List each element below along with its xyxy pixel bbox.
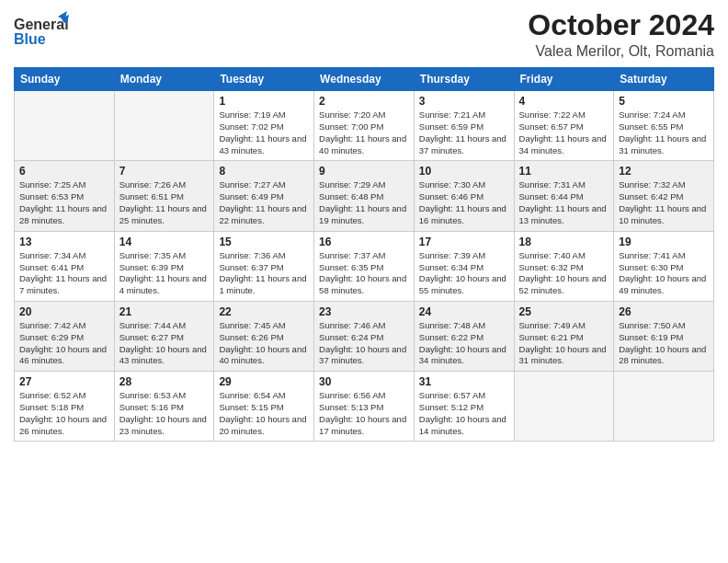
calendar-cell: 27Sunrise: 6:52 AMSunset: 5:18 PMDayligh… [15, 372, 115, 442]
calendar-cell: 26Sunrise: 7:50 AMSunset: 6:19 PMDayligh… [614, 301, 714, 371]
day-number: 5 [619, 95, 709, 108]
col-friday: Friday [514, 68, 614, 91]
day-number: 31 [419, 375, 509, 388]
day-number: 14 [119, 236, 210, 248]
calendar-cell: 11Sunrise: 7:31 AMSunset: 6:44 PMDayligh… [514, 161, 614, 231]
day-number: 6 [19, 165, 109, 178]
day-number: 26 [619, 305, 709, 318]
day-number: 12 [619, 165, 709, 178]
day-number: 2 [319, 95, 409, 108]
cell-content: Sunrise: 7:37 AMSunset: 6:35 PMDaylight:… [319, 250, 409, 297]
calendar-cell: 24Sunrise: 7:48 AMSunset: 6:22 PMDayligh… [414, 301, 514, 371]
days-header-row: Sunday Monday Tuesday Wednesday Thursday… [15, 68, 714, 91]
day-number: 13 [19, 236, 109, 248]
cell-content: Sunrise: 7:27 AMSunset: 6:49 PMDaylight:… [219, 179, 309, 226]
day-number: 3 [419, 95, 509, 108]
cell-content: Sunrise: 7:41 AMSunset: 6:30 PMDaylight:… [619, 250, 709, 297]
day-number: 27 [19, 375, 109, 388]
calendar-cell: 14Sunrise: 7:35 AMSunset: 6:39 PMDayligh… [114, 231, 214, 301]
calendar-table: Sunday Monday Tuesday Wednesday Thursday… [14, 67, 714, 442]
calendar-cell [614, 372, 714, 442]
day-number: 11 [519, 165, 609, 178]
calendar-week-row: 20Sunrise: 7:42 AMSunset: 6:29 PMDayligh… [15, 301, 714, 371]
day-number: 20 [19, 305, 109, 318]
title-block: October 2024 Valea Merilor, Olt, Romania [528, 9, 714, 60]
calendar-cell: 15Sunrise: 7:36 AMSunset: 6:37 PMDayligh… [214, 231, 314, 301]
day-number: 17 [419, 236, 509, 248]
calendar-cell: 16Sunrise: 7:37 AMSunset: 6:35 PMDayligh… [314, 231, 415, 301]
cell-content: Sunrise: 7:21 AMSunset: 6:59 PMDaylight:… [419, 109, 509, 156]
calendar-cell: 25Sunrise: 7:49 AMSunset: 6:21 PMDayligh… [514, 301, 614, 371]
calendar-title: October 2024 [528, 9, 714, 41]
calendar-cell: 30Sunrise: 6:56 AMSunset: 5:13 PMDayligh… [314, 372, 415, 442]
cell-content: Sunrise: 7:44 AMSunset: 6:27 PMDaylight:… [119, 320, 210, 367]
col-saturday: Saturday [614, 68, 714, 91]
calendar-cell [114, 91, 214, 161]
calendar-cell: 9Sunrise: 7:29 AMSunset: 6:48 PMDaylight… [314, 161, 415, 231]
col-wednesday: Wednesday [314, 68, 415, 91]
calendar-week-row: 6Sunrise: 7:25 AMSunset: 6:53 PMDaylight… [15, 161, 714, 231]
svg-text:Blue: Blue [14, 31, 46, 47]
cell-content: Sunrise: 7:35 AMSunset: 6:39 PMDaylight:… [119, 250, 210, 297]
day-number: 9 [319, 165, 409, 178]
calendar-cell: 19Sunrise: 7:41 AMSunset: 6:30 PMDayligh… [614, 231, 714, 301]
calendar-cell: 2Sunrise: 7:20 AMSunset: 7:00 PMDaylight… [314, 91, 415, 161]
cell-content: Sunrise: 7:46 AMSunset: 6:24 PMDaylight:… [319, 320, 409, 367]
calendar-cell: 13Sunrise: 7:34 AMSunset: 6:41 PMDayligh… [15, 231, 115, 301]
calendar-cell: 21Sunrise: 7:44 AMSunset: 6:27 PMDayligh… [114, 301, 214, 371]
calendar-cell: 29Sunrise: 6:54 AMSunset: 5:15 PMDayligh… [214, 372, 314, 442]
day-number: 28 [119, 375, 210, 388]
cell-content: Sunrise: 6:52 AMSunset: 5:18 PMDaylight:… [19, 390, 109, 437]
cell-content: Sunrise: 6:54 AMSunset: 5:15 PMDaylight:… [219, 390, 309, 437]
calendar-week-row: 13Sunrise: 7:34 AMSunset: 6:41 PMDayligh… [15, 231, 714, 301]
cell-content: Sunrise: 7:26 AMSunset: 6:51 PMDaylight:… [119, 179, 210, 226]
cell-content: Sunrise: 7:20 AMSunset: 7:00 PMDaylight:… [319, 109, 409, 156]
calendar-cell: 28Sunrise: 6:53 AMSunset: 5:16 PMDayligh… [114, 372, 214, 442]
cell-content: Sunrise: 7:36 AMSunset: 6:37 PMDaylight:… [219, 250, 309, 297]
calendar-cell: 22Sunrise: 7:45 AMSunset: 6:26 PMDayligh… [214, 301, 314, 371]
day-number: 19 [619, 236, 709, 248]
cell-content: Sunrise: 7:31 AMSunset: 6:44 PMDaylight:… [519, 179, 609, 226]
calendar-week-row: 1Sunrise: 7:19 AMSunset: 7:02 PMDaylight… [15, 91, 714, 161]
cell-content: Sunrise: 7:48 AMSunset: 6:22 PMDaylight:… [419, 320, 509, 367]
calendar-cell: 6Sunrise: 7:25 AMSunset: 6:53 PMDaylight… [15, 161, 115, 231]
cell-content: Sunrise: 6:57 AMSunset: 5:12 PMDaylight:… [419, 390, 509, 437]
calendar-cell: 7Sunrise: 7:26 AMSunset: 6:51 PMDaylight… [114, 161, 214, 231]
day-number: 24 [419, 305, 509, 318]
cell-content: Sunrise: 7:24 AMSunset: 6:55 PMDaylight:… [619, 109, 709, 156]
day-number: 8 [219, 165, 309, 178]
day-number: 4 [519, 95, 609, 108]
day-number: 1 [219, 95, 309, 108]
calendar-cell: 31Sunrise: 6:57 AMSunset: 5:12 PMDayligh… [414, 372, 514, 442]
day-number: 30 [319, 375, 409, 388]
col-sunday: Sunday [15, 68, 115, 91]
calendar-cell: 17Sunrise: 7:39 AMSunset: 6:34 PMDayligh… [414, 231, 514, 301]
day-number: 7 [119, 165, 210, 178]
page: General Blue October 2024 Valea Merilor,… [0, 0, 728, 451]
day-number: 23 [319, 305, 409, 318]
calendar-cell: 4Sunrise: 7:22 AMSunset: 6:57 PMDaylight… [514, 91, 614, 161]
day-number: 29 [219, 375, 309, 388]
header: General Blue October 2024 Valea Merilor,… [14, 9, 714, 60]
cell-content: Sunrise: 7:39 AMSunset: 6:34 PMDaylight:… [419, 250, 509, 297]
calendar-cell [15, 91, 115, 161]
cell-content: Sunrise: 7:32 AMSunset: 6:42 PMDaylight:… [619, 179, 709, 226]
logo: General Blue [14, 9, 69, 55]
cell-content: Sunrise: 7:50 AMSunset: 6:19 PMDaylight:… [619, 320, 709, 367]
cell-content: Sunrise: 6:56 AMSunset: 5:13 PMDaylight:… [319, 390, 409, 437]
cell-content: Sunrise: 7:34 AMSunset: 6:41 PMDaylight:… [19, 250, 109, 297]
day-number: 18 [519, 236, 609, 248]
calendar-cell: 8Sunrise: 7:27 AMSunset: 6:49 PMDaylight… [214, 161, 314, 231]
calendar-cell: 20Sunrise: 7:42 AMSunset: 6:29 PMDayligh… [15, 301, 115, 371]
day-number: 15 [219, 236, 309, 248]
cell-content: Sunrise: 7:19 AMSunset: 7:02 PMDaylight:… [219, 109, 309, 156]
calendar-cell: 5Sunrise: 7:24 AMSunset: 6:55 PMDaylight… [614, 91, 714, 161]
day-number: 10 [419, 165, 509, 178]
day-number: 25 [519, 305, 609, 318]
cell-content: Sunrise: 7:30 AMSunset: 6:46 PMDaylight:… [419, 179, 509, 226]
cell-content: Sunrise: 7:45 AMSunset: 6:26 PMDaylight:… [219, 320, 309, 367]
calendar-cell: 23Sunrise: 7:46 AMSunset: 6:24 PMDayligh… [314, 301, 415, 371]
calendar-cell: 3Sunrise: 7:21 AMSunset: 6:59 PMDaylight… [414, 91, 514, 161]
cell-content: Sunrise: 7:49 AMSunset: 6:21 PMDaylight:… [519, 320, 609, 367]
col-tuesday: Tuesday [214, 68, 314, 91]
